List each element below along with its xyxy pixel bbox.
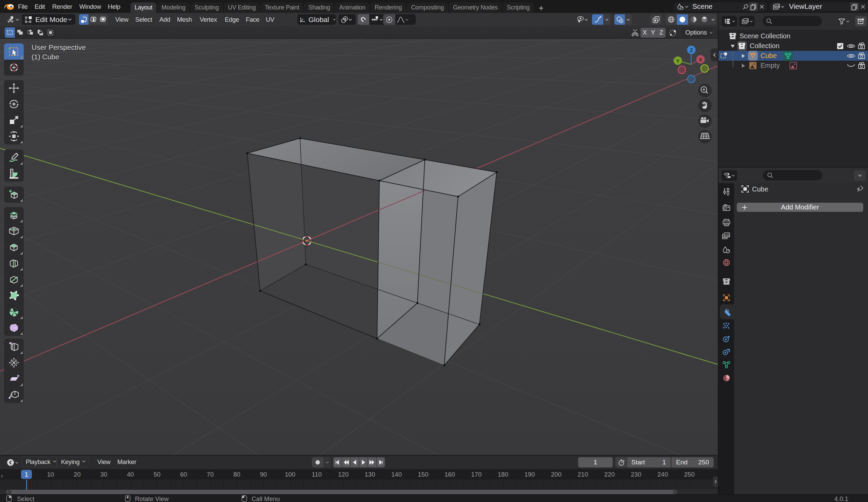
svg-text:Z: Z — [690, 47, 693, 53]
svg-text:Y: Y — [676, 58, 680, 64]
svg-text:X: X — [699, 56, 702, 62]
